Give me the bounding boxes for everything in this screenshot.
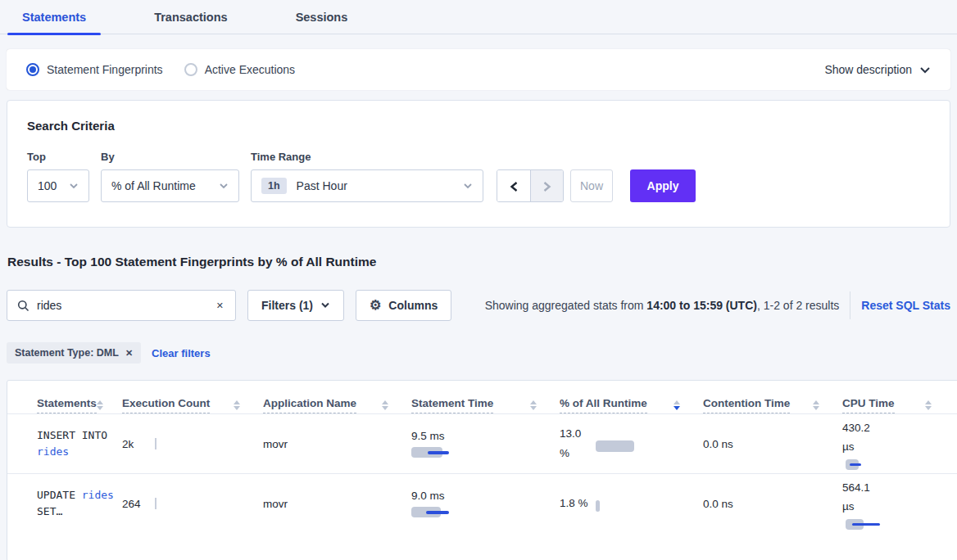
statement-time-bar xyxy=(411,447,543,458)
column-header-application-name[interactable]: Application Name xyxy=(263,397,411,413)
top-tab-bar: Statements Transactions Sessions xyxy=(0,0,957,34)
sort-desc-icon[interactable] xyxy=(674,400,680,410)
statement-text: UPDATE xyxy=(37,489,82,501)
execution-count-cell: 264 xyxy=(122,498,263,510)
search-input[interactable] xyxy=(37,299,215,312)
sort-icon[interactable] xyxy=(97,400,103,410)
execution-count-value: 2k xyxy=(122,438,155,450)
radio-label: Active Executions xyxy=(205,63,296,76)
cpu-time-cell: 564.1 µs xyxy=(842,478,955,530)
next-range-button[interactable] xyxy=(530,170,563,202)
radio-statement-fingerprints[interactable]: Statement Fingerprints xyxy=(26,63,163,76)
view-toggle-bar: Statement Fingerprints Active Executions… xyxy=(7,49,950,90)
top-select[interactable]: 100 xyxy=(27,169,89,202)
chevron-down-icon xyxy=(219,183,229,189)
contention-time-cell: 0.0 ns xyxy=(703,438,842,450)
filter-pill-label: Statement Type: DML xyxy=(15,347,119,359)
cpu-time-bar xyxy=(846,519,938,530)
results-toolbar: ✕ Filters (1) ⚙ Columns Showing aggregat… xyxy=(7,290,950,321)
filter-pill-statement-type[interactable]: Statement Type: DML ✕ xyxy=(7,342,141,364)
statement-link[interactable]: rides xyxy=(37,445,69,458)
previous-range-button[interactable] xyxy=(497,170,530,202)
pct-runtime-cell: 1.8 % xyxy=(560,494,703,513)
radio-active-executions[interactable]: Active Executions xyxy=(184,63,296,76)
by-field: By % of All Runtime xyxy=(89,151,239,202)
apply-button[interactable]: Apply xyxy=(630,169,696,202)
execution-count-bar xyxy=(155,438,156,449)
time-range-badge: 1h xyxy=(261,178,287,194)
chevron-down-icon xyxy=(69,183,79,189)
application-name-cell: movr xyxy=(263,438,411,450)
tab-statements[interactable]: Statements xyxy=(7,2,101,34)
table-header-row: Statements Execution Count Application N… xyxy=(7,381,957,413)
statement-time-value: 9.5 ms xyxy=(411,430,543,442)
top-label: Top xyxy=(27,151,89,163)
top-field: Top 100 xyxy=(27,151,89,202)
execution-count-value: 264 xyxy=(122,498,155,510)
radio-unselected-icon[interactable] xyxy=(184,63,197,76)
chevron-down-icon xyxy=(463,183,473,189)
filters-button[interactable]: Filters (1) xyxy=(247,290,344,321)
pct-runtime-value: 1.8 % xyxy=(560,494,594,513)
search-criteria-panel: Search Criteria Top 100 By % of All Runt… xyxy=(7,100,950,228)
radio-selected-icon[interactable] xyxy=(26,63,39,76)
statement-time-value: 9.0 ms xyxy=(411,490,543,502)
filters-label: Filters (1) xyxy=(261,299,313,312)
show-description-toggle[interactable]: Show description xyxy=(824,63,931,76)
table-row[interactable]: INSERT INTO rides 2k movr 9.5 ms 13.0 % … xyxy=(7,413,957,473)
columns-button[interactable]: ⚙ Columns xyxy=(356,290,451,321)
chevron-down-icon xyxy=(919,66,931,74)
reset-sql-stats-link[interactable]: Reset SQL Stats xyxy=(861,299,950,312)
statement-time-bar xyxy=(411,507,543,517)
sort-icon[interactable] xyxy=(234,400,240,410)
column-header-cpu-time[interactable]: CPU Time xyxy=(842,397,955,413)
sort-icon[interactable] xyxy=(813,400,819,410)
time-range-label: Time Range xyxy=(251,151,483,163)
now-button[interactable]: Now xyxy=(570,169,613,202)
cpu-time-bar xyxy=(846,459,938,470)
sort-icon[interactable] xyxy=(530,400,537,410)
results-heading: Results - Top 100 Statement Fingerprints… xyxy=(7,255,950,269)
gear-icon: ⚙ xyxy=(370,299,381,312)
chevron-down-icon xyxy=(320,302,330,309)
cpu-time-value: 564.1 µs xyxy=(842,478,882,516)
by-value: % of All Runtime xyxy=(111,179,196,192)
column-header-statement-time[interactable]: Statement Time xyxy=(411,397,560,413)
by-select[interactable]: % of All Runtime xyxy=(101,169,239,202)
clear-filters-link[interactable]: Clear filters xyxy=(152,347,211,359)
statement-cell: INSERT INTO rides xyxy=(7,427,122,460)
statement-link[interactable]: rides xyxy=(82,489,114,501)
cpu-time-cell: 430.2 µs xyxy=(842,418,955,470)
sort-icon[interactable] xyxy=(925,400,932,410)
table-row[interactable]: UPDATE rides SET… 264 movr 9.0 ms 1.8 % … xyxy=(7,473,957,533)
column-header-execution-count[interactable]: Execution Count xyxy=(122,397,263,413)
time-range-value: Past Hour xyxy=(297,179,347,192)
column-header-contention-time[interactable]: Contention Time xyxy=(703,397,842,413)
by-label: By xyxy=(101,151,239,163)
clear-search-icon[interactable]: ✕ xyxy=(215,299,225,313)
statement-time-cell: 9.5 ms xyxy=(411,430,560,458)
tab-transactions[interactable]: Transactions xyxy=(139,2,242,34)
chevron-right-icon xyxy=(542,181,551,192)
filter-pills-row: Statement Type: DML ✕ Clear filters xyxy=(7,342,950,364)
execution-count-bar xyxy=(155,498,156,509)
column-header-pct-runtime[interactable]: % of All Runtime xyxy=(560,397,703,413)
radio-label: Statement Fingerprints xyxy=(47,63,163,76)
execution-count-cell: 2k xyxy=(122,438,263,450)
search-box[interactable]: ✕ xyxy=(7,290,236,321)
cpu-time-value: 430.2 µs xyxy=(842,418,882,456)
tab-sessions[interactable]: Sessions xyxy=(281,2,363,34)
time-range-select[interactable]: 1h Past Hour xyxy=(251,169,483,202)
search-icon xyxy=(17,300,29,312)
show-description-label: Show description xyxy=(824,63,912,76)
time-range-nav xyxy=(497,169,564,202)
column-header-statements[interactable]: Statements xyxy=(7,397,122,413)
chevron-left-icon xyxy=(510,181,519,192)
aggregated-stats-text: Showing aggregated stats from 14:00 to 1… xyxy=(485,299,840,312)
sort-icon[interactable] xyxy=(382,400,388,410)
toolbar-right: Showing aggregated stats from 14:00 to 1… xyxy=(485,291,950,319)
statement-time-cell: 9.0 ms xyxy=(411,490,560,517)
statement-text: SET… xyxy=(37,505,62,517)
statements-table: Statements Execution Count Application N… xyxy=(7,380,957,560)
remove-filter-icon[interactable]: ✕ xyxy=(125,348,133,359)
